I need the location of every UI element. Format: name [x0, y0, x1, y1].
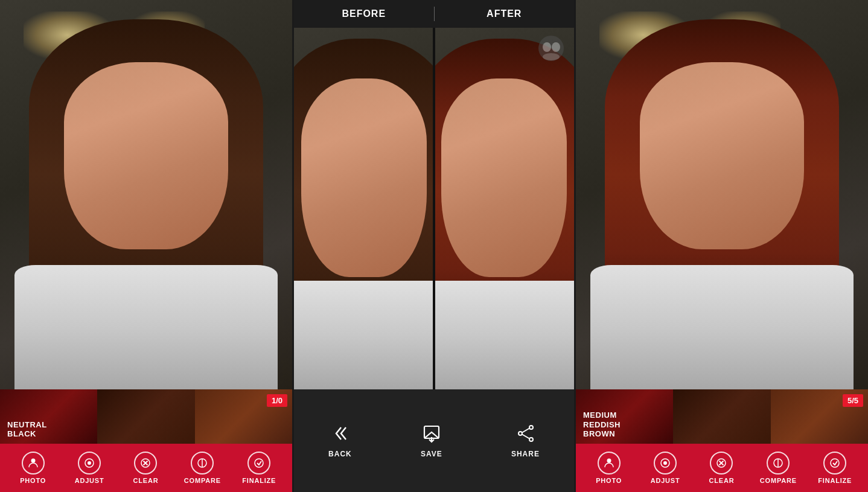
back-label: BACK — [328, 450, 352, 458]
center-after-person — [434, 28, 574, 389]
right-hair-label: MEDIUMREDDISHBROWN — [583, 411, 621, 439]
right-clear-icon — [710, 452, 733, 474]
left-photo-area — [0, 0, 292, 389]
swatch-2[interactable] — [97, 389, 194, 444]
svg-line-18 — [522, 428, 529, 432]
left-photo-label: PHOTO — [20, 477, 46, 484]
right-shade-badge: 5/5 — [843, 394, 863, 407]
split-before — [294, 28, 434, 389]
svg-point-20 — [607, 459, 611, 463]
left-photo-button[interactable]: PHOTO — [15, 452, 51, 484]
tab-after[interactable]: AFTER — [435, 2, 575, 25]
share-icon — [515, 424, 535, 446]
left-hair-swatches: 1/0 NEUTRALBLACK — [0, 389, 292, 444]
right-bottom-bar: 5/5 MEDIUMREDDISHBROWN PHOTO — [576, 389, 868, 492]
tab-before[interactable]: BEFORE — [294, 2, 434, 25]
right-adjust-button[interactable]: ADJUST — [647, 452, 683, 484]
svg-point-16 — [529, 426, 533, 429]
center-split-photo — [294, 28, 574, 389]
right-person-icon — [598, 452, 621, 474]
share-button[interactable]: SHARE — [511, 424, 540, 458]
svg-point-8 — [255, 459, 263, 467]
right-finalize-label: FINALIZE — [818, 477, 852, 484]
left-finalize-label: FINALIZE — [242, 477, 276, 484]
save-button[interactable]: SAVE — [421, 424, 442, 458]
right-clear-button[interactable]: CLEAR — [703, 452, 739, 484]
right-toolbar: PHOTO ADJUST — [576, 444, 868, 492]
right-compare-icon — [767, 452, 790, 474]
svg-line-19 — [522, 434, 529, 438]
center-panel: BEFORE AFTER — [292, 0, 576, 492]
right-panel: 5/5 MEDIUMREDDISHBROWN PHOTO — [576, 0, 868, 492]
left-finalize-button[interactable]: FINALIZE — [241, 452, 277, 484]
left-adjust-label: ADJUST — [75, 477, 104, 484]
adjust-icon — [78, 452, 101, 474]
left-hair-label: NEUTRALBLACK — [7, 420, 47, 439]
left-clear-button[interactable]: CLEAR — [127, 452, 164, 484]
left-person — [0, 0, 292, 389]
finalize-icon — [247, 452, 270, 474]
back-icon — [330, 424, 349, 446]
svg-point-2 — [88, 461, 91, 465]
left-compare-button[interactable]: COMPARE — [184, 452, 221, 484]
svg-point-22 — [663, 461, 667, 465]
clear-icon — [134, 452, 157, 474]
left-shade-badge: 1/0 — [267, 394, 287, 407]
right-finalize-icon — [823, 452, 846, 474]
save-label: SAVE — [421, 450, 442, 458]
right-adjust-icon — [654, 452, 677, 474]
right-compare-button[interactable]: COMPARE — [760, 452, 797, 484]
right-photo-label: PHOTO — [596, 477, 622, 484]
left-adjust-button[interactable]: ADJUST — [71, 452, 107, 484]
right-photo-button[interactable]: PHOTO — [591, 452, 627, 484]
svg-point-15 — [519, 432, 522, 435]
right-clear-label: CLEAR — [709, 477, 735, 484]
center-bottom-bar: BACK SAVE — [294, 389, 574, 492]
svg-point-11 — [552, 42, 560, 52]
svg-point-0 — [31, 459, 35, 463]
right-person — [576, 0, 868, 389]
svg-point-17 — [529, 438, 533, 441]
svg-point-28 — [831, 459, 839, 467]
svg-point-10 — [543, 42, 551, 52]
share-label: SHARE — [511, 450, 540, 458]
left-compare-label: COMPARE — [184, 477, 221, 484]
split-after — [434, 28, 574, 389]
right-swatch-2[interactable] — [673, 389, 770, 444]
save-icon — [422, 424, 441, 446]
left-bottom-bar: 1/0 NEUTRALBLACK PHOTO — [0, 389, 292, 492]
compare-icon — [191, 452, 214, 474]
right-adjust-label: ADJUST — [651, 477, 680, 484]
right-compare-label: COMPARE — [760, 477, 797, 484]
center-top-bar: BEFORE AFTER — [294, 0, 574, 28]
right-hair-swatches: 5/5 MEDIUMREDDISHBROWN — [576, 389, 868, 444]
left-clear-label: CLEAR — [133, 477, 159, 484]
right-photo-area — [576, 0, 868, 389]
left-panel: 1/0 NEUTRALBLACK PHOTO — [0, 0, 292, 492]
svg-point-12 — [543, 53, 560, 60]
back-button[interactable]: BACK — [328, 424, 352, 458]
right-finalize-button[interactable]: FINALIZE — [817, 452, 853, 484]
split-divider — [433, 28, 435, 389]
left-toolbar: PHOTO ADJUST — [0, 444, 292, 492]
person-icon — [22, 452, 45, 474]
center-before-person — [294, 28, 434, 389]
profile-icon — [538, 35, 564, 64]
